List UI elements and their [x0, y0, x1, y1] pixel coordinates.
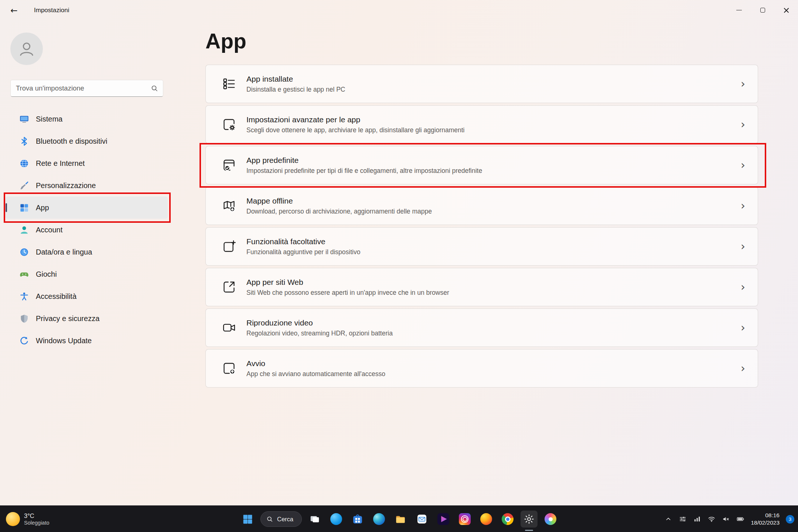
close-button[interactable] — [774, 0, 798, 20]
minimize-button[interactable] — [727, 0, 751, 20]
taskbar-search[interactable]: Cerca — [260, 511, 302, 527]
instagram-button[interactable] — [456, 511, 473, 528]
sidebar-item-label: Bluetooth e dispositivi — [36, 137, 107, 146]
sidebar-item-windows-update[interactable]: Windows Update — [5, 330, 168, 352]
sidebar-item-sistema[interactable]: Sistema — [5, 108, 168, 130]
settings-card-list: App installateDisinstalla e gestisci le … — [205, 65, 758, 388]
card-app-installate[interactable]: App installateDisinstalla e gestisci le … — [205, 65, 758, 103]
card-avvio[interactable]: AvvioApp che si avviano automaticamente … — [205, 349, 758, 388]
window-controls — [727, 0, 798, 20]
windows-update-icon — [19, 336, 29, 346]
notification-count-badge[interactable]: 3 — [786, 515, 794, 524]
tray-chevron-up-button[interactable] — [664, 515, 672, 523]
user-avatar[interactable] — [10, 33, 43, 65]
settings-app-button[interactable] — [521, 511, 538, 528]
mail-button[interactable] — [413, 511, 430, 528]
chevron-right-icon: › — [741, 363, 745, 374]
chrome-icon — [502, 513, 514, 525]
person-icon — [17, 39, 36, 58]
settings-window: ← Impostazioni Sistema Blue — [0, 0, 798, 505]
maximize-icon — [760, 8, 765, 13]
startup-icon — [222, 361, 236, 375]
weather-widget[interactable]: 3°C Soleggiato — [6, 506, 50, 532]
card-impostazioni-avanzate[interactable]: Impostazioni avanzate per le appScegli d… — [205, 105, 758, 144]
sidebar-item-personalizzazione[interactable]: Personalizzazione — [5, 174, 168, 197]
chevron-right-icon: › — [741, 78, 745, 89]
page-title: App — [205, 29, 246, 53]
system-tray: 08:16 18/02/2023 3 — [664, 506, 794, 532]
mail-icon — [416, 514, 427, 525]
sidebar-item-giochi[interactable]: Giochi — [5, 263, 168, 285]
chevron-up-icon — [664, 515, 672, 523]
sidebar-item-account[interactable]: Account — [5, 219, 168, 241]
tray-volume-button[interactable] — [722, 515, 730, 523]
apps-icon — [19, 203, 29, 213]
taskbar-clock[interactable]: 08:16 18/02/2023 — [751, 512, 780, 526]
card-mappe-offline[interactable]: Mappe offlineDownload, percorso di archi… — [205, 187, 758, 225]
back-button[interactable]: ← — [6, 2, 22, 18]
store-button[interactable] — [349, 511, 366, 528]
system-icon — [19, 114, 29, 124]
sidebar-item-rete[interactable]: Rete e Internet — [5, 152, 168, 174]
default-apps-icon — [222, 158, 236, 172]
search-input[interactable] — [11, 80, 163, 96]
chevron-right-icon: › — [741, 200, 745, 211]
card-title: App predefinite — [246, 156, 482, 165]
card-title: Funzionalità facoltative — [246, 237, 360, 246]
offline-maps-icon — [222, 199, 236, 213]
battery-icon — [736, 515, 744, 523]
task-view-button[interactable] — [306, 511, 323, 528]
privacy-icon — [19, 314, 29, 324]
sidebar-nav: Sistema Bluetooth e dispositivi Rete e I… — [5, 108, 168, 352]
file-explorer-button[interactable] — [392, 511, 409, 528]
card-title: App installate — [246, 75, 345, 83]
clock-time: 08:16 — [765, 512, 780, 518]
weather-condition: Soleggiato — [24, 519, 50, 526]
start-button[interactable] — [239, 511, 256, 528]
account-icon — [19, 225, 29, 235]
sidebar-item-label: App — [36, 204, 49, 212]
signal-bars-icon — [693, 515, 701, 523]
clipchamp-button[interactable] — [435, 511, 452, 528]
card-riproduzione-video[interactable]: Riproduzione videoRegolazioni video, str… — [205, 308, 758, 347]
card-app-per-siti-web[interactable]: App per siti WebSiti Web che possono ess… — [205, 268, 758, 306]
skype-button[interactable] — [328, 511, 345, 528]
card-title: Mappe offline — [246, 197, 432, 205]
sidebar-item-privacy[interactable]: Privacy e sicurezza — [5, 307, 168, 330]
search-icon — [151, 85, 158, 93]
tray-network-button[interactable] — [707, 515, 716, 523]
maximize-button[interactable] — [751, 0, 774, 20]
taskbar: 3°C Soleggiato Cerca — [0, 505, 798, 532]
tray-activity-button[interactable] — [693, 515, 701, 523]
window-title: Impostazioni — [34, 0, 69, 20]
clipchamp-icon — [437, 513, 449, 525]
sidebar-item-data-ora-lingua[interactable]: Data/ora e lingua — [5, 241, 168, 263]
weather-temp: 3°C — [24, 512, 50, 520]
sidebar-item-app[interactable]: App — [5, 197, 168, 219]
card-title: Riproduzione video — [246, 318, 393, 327]
sidebar-item-label: Windows Update — [36, 337, 92, 345]
card-funzionalita-facoltative[interactable]: Funzionalità facoltativeFunzionalità agg… — [205, 227, 758, 266]
edge-button[interactable] — [371, 511, 388, 528]
card-subtitle: Funzionalità aggiuntive per il dispositi… — [246, 248, 360, 256]
firefox-button[interactable] — [478, 511, 495, 528]
paint-button[interactable] — [542, 511, 559, 528]
firefox-icon — [480, 513, 492, 525]
edge-icon — [373, 513, 385, 525]
tray-battery-button[interactable] — [736, 515, 744, 523]
sliders-icon — [679, 515, 687, 523]
installed-apps-icon — [222, 77, 236, 91]
file-explorer-icon — [395, 514, 406, 525]
chevron-right-icon: › — [741, 160, 745, 171]
sidebar-item-bluetooth[interactable]: Bluetooth e dispositivi — [5, 130, 168, 152]
sidebar-item-accessibilita[interactable]: Accessibilità — [5, 285, 168, 307]
skype-icon — [330, 513, 342, 525]
selected-indicator — [6, 203, 7, 212]
chrome-button[interactable] — [499, 511, 516, 528]
card-app-predefinite[interactable]: App predefiniteImpostazioni predefinite … — [205, 146, 758, 184]
tray-settings-sliders-button[interactable] — [679, 515, 687, 523]
advanced-app-settings-icon — [222, 117, 236, 132]
settings-search — [10, 80, 163, 97]
windows-logo-icon — [242, 514, 253, 525]
sidebar-item-label: Account — [36, 226, 62, 234]
